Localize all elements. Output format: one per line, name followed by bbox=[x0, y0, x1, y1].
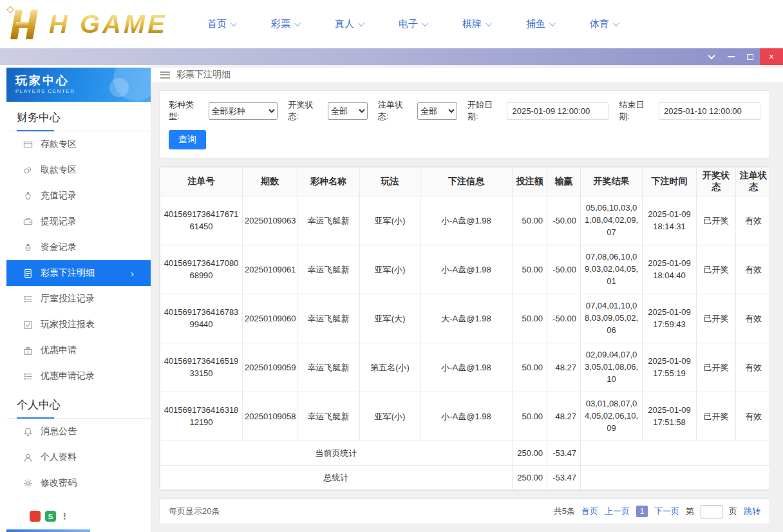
nav-item-slots[interactable]: 电子 bbox=[399, 18, 426, 30]
jump-action-link[interactable]: 跳转 bbox=[744, 506, 760, 517]
cell-bet-time: 2025-01-09 17:55:19 bbox=[643, 343, 697, 392]
sidebar-item-lottery-bet-detail[interactable]: 彩票下注明细 › bbox=[6, 260, 151, 286]
cell-result: 07,04,01,10,08,03,09,05,02,06 bbox=[581, 294, 643, 343]
menu-toggle-icon[interactable] bbox=[160, 71, 170, 79]
table-row: 401569173641631812190 20250109058 幸运飞艇新 … bbox=[160, 392, 771, 441]
page-size-text: 每页显示20条 bbox=[169, 506, 220, 517]
first-page-link[interactable]: 首页 bbox=[581, 506, 598, 517]
filter-panel: 彩种类型: 全部彩种 开奖状态: 全部 注单状态: 全部 开始日期: 结束日期:… bbox=[159, 90, 770, 158]
sidebar-item-label: 彩票下注明细 bbox=[41, 267, 95, 279]
pagination-bar: 每页显示20条 共5条 首页 上一页 1 下一页 第 页 跳转 bbox=[159, 499, 770, 524]
chevron-down-icon bbox=[358, 20, 364, 26]
summary-winloss: -53.47 bbox=[547, 441, 581, 466]
prev-page-link[interactable]: 上一页 bbox=[605, 506, 630, 517]
summary-label: 总统计 bbox=[160, 466, 513, 490]
sidebar-item-recharge-record[interactable]: 充值记录 bbox=[6, 183, 151, 209]
close-icon[interactable]: × bbox=[760, 48, 783, 65]
maximize-icon[interactable] bbox=[741, 48, 760, 65]
sidebar-item-label: 优惠申请 bbox=[41, 345, 77, 356]
cell-bet-no: 401569173641651933150 bbox=[160, 343, 243, 392]
nav-item-chess[interactable]: 棋牌 bbox=[462, 18, 490, 30]
page-jump-input[interactable] bbox=[701, 505, 722, 518]
lottery-type-select[interactable]: 全部彩种 bbox=[209, 102, 278, 120]
col-period: 期数 bbox=[243, 167, 297, 196]
cell-period: 20250109060 bbox=[243, 294, 297, 343]
cell-bet-time: 2025-01-09 18:04:40 bbox=[643, 245, 697, 294]
cell-play: 亚军(小) bbox=[360, 392, 420, 441]
sidebar-item-hall-bet-record[interactable]: 厅室投注记录 bbox=[6, 286, 151, 312]
cell-play: 亚军(大) bbox=[360, 294, 420, 343]
section-title-finance: 财务中心 bbox=[6, 102, 151, 131]
summary-empty bbox=[581, 466, 771, 490]
cell-period: 20250109061 bbox=[243, 245, 297, 294]
cell-period: 20250109058 bbox=[243, 392, 297, 441]
summary-amount: 250.00 bbox=[513, 466, 547, 490]
cell-lottery: 幸运飞艇新 bbox=[297, 294, 360, 343]
cell-lottery: 幸运飞艇新 bbox=[297, 392, 360, 441]
nav-item-fishing[interactable]: 捕鱼 bbox=[526, 18, 554, 30]
cell-amount: 50.00 bbox=[513, 245, 547, 294]
breadcrumb: 彩票下注明细 bbox=[151, 68, 783, 82]
total-count-text: 共5条 bbox=[554, 506, 575, 517]
cell-winloss: 48.27 bbox=[547, 392, 581, 441]
table-row: 401569173641767161450 20250109063 幸运飞艇新 … bbox=[160, 196, 771, 245]
sidebar-item-message-announce[interactable]: 消息公告 bbox=[6, 419, 151, 444]
nav-item-live[interactable]: 真人 bbox=[335, 18, 363, 30]
sidebar-item-withdrawal-record[interactable]: 提现记录 bbox=[6, 209, 151, 234]
sidebar-item-player-bet-report[interactable]: 玩家投注报表 bbox=[6, 312, 151, 337]
sidebar-item-deposit[interactable]: 存款专区 bbox=[6, 131, 151, 157]
summary-empty bbox=[581, 441, 771, 466]
nav-item-lottery[interactable]: 彩票 bbox=[271, 18, 299, 30]
overflow-dots-icon[interactable]: ⋮ bbox=[61, 511, 69, 522]
cell-bet-info: 小-A盘@1.98 bbox=[420, 392, 513, 441]
sidebar-item-withdraw[interactable]: 取款专区 bbox=[6, 157, 151, 183]
cell-amount: 50.00 bbox=[513, 392, 547, 441]
pager: 共5条 首页 上一页 1 下一页 第 页 跳转 bbox=[554, 505, 760, 518]
promo-apply-record-icon bbox=[23, 372, 33, 381]
cell-bet-info: 小-A盘@1.98 bbox=[420, 196, 513, 245]
taskbar-red-app-icon[interactable] bbox=[30, 511, 41, 522]
next-page-link[interactable]: 下一页 bbox=[654, 506, 679, 517]
bet-detail-table: 注单号 期数 彩种名称 玩法 下注信息 投注额 输赢 开奖结果 下注时间 开奖状… bbox=[160, 167, 770, 490]
sidebar-item-label: 玩家投注报表 bbox=[41, 319, 95, 330]
cell-lottery: 幸运飞艇新 bbox=[297, 245, 360, 294]
draw-status-select[interactable]: 全部 bbox=[328, 102, 368, 120]
cell-bet-info: 小-A盘@1.98 bbox=[420, 245, 513, 294]
search-button[interactable]: 查询 bbox=[169, 130, 206, 149]
cell-draw-status: 已开奖 bbox=[697, 294, 736, 343]
sidebar-item-label: 消息公告 bbox=[41, 426, 77, 437]
collapse-icon[interactable] bbox=[702, 48, 721, 65]
sidebar: 玩家中心 PLAYERS CENTER 财务中心 存款专区 取款专区 充值记录 … bbox=[6, 65, 151, 532]
cell-bet-no: 401569173641678399440 bbox=[160, 294, 243, 343]
nav-item-sports[interactable]: 体育 bbox=[590, 18, 618, 30]
sidebar-header: 玩家中心 PLAYERS CENTER bbox=[6, 68, 151, 102]
brand-logo: H GAME bbox=[6, 7, 167, 42]
taskbar-green-app-icon[interactable]: S bbox=[45, 511, 56, 522]
start-date-input[interactable] bbox=[507, 102, 608, 120]
bet-status-select[interactable]: 全部 bbox=[417, 102, 457, 120]
nav-label: 棋牌 bbox=[462, 18, 482, 30]
minimize-icon[interactable] bbox=[721, 48, 741, 65]
sidebar-item-profile[interactable]: 个人资料 bbox=[6, 444, 151, 470]
sidebar-item-label: 优惠申请记录 bbox=[41, 370, 95, 382]
recharge-record-icon bbox=[23, 191, 33, 201]
end-date-input[interactable] bbox=[659, 102, 760, 120]
sidebar-item-promo-apply[interactable]: 优惠申请 bbox=[6, 337, 151, 363]
cell-result: 03,01,08,07,04,05,02,06,10,09 bbox=[581, 392, 643, 441]
sidebar-item-change-password[interactable]: 修改密码 bbox=[6, 470, 151, 496]
brand-logo-text: H GAME bbox=[49, 10, 167, 39]
sidebar-item-funds-record[interactable]: 资金记录 bbox=[6, 234, 151, 260]
screen: H GAME 首页 彩票 真人 电子 棋牌 捕鱼 体育 × 玩家中心 PLAYE… bbox=[0, 0, 783, 532]
sidebar-item-label: 厅室投注记录 bbox=[41, 293, 95, 305]
current-page-badge[interactable]: 1 bbox=[636, 506, 648, 517]
sidebar-item-promo-apply-record[interactable]: 优惠申请记录 bbox=[6, 363, 151, 389]
promo-apply-icon bbox=[23, 346, 33, 356]
summary-winloss: -53.47 bbox=[547, 466, 581, 490]
jump-suffix-label: 页 bbox=[729, 506, 737, 517]
nav-item-home[interactable]: 首页 bbox=[207, 18, 235, 30]
summary-amount: 250.00 bbox=[513, 441, 547, 466]
cell-status: 有效 bbox=[736, 343, 771, 392]
cell-status: 有效 bbox=[736, 196, 771, 245]
cell-amount: 50.00 bbox=[513, 294, 547, 343]
cell-bet-time: 2025-01-09 18:14:31 bbox=[643, 196, 697, 245]
